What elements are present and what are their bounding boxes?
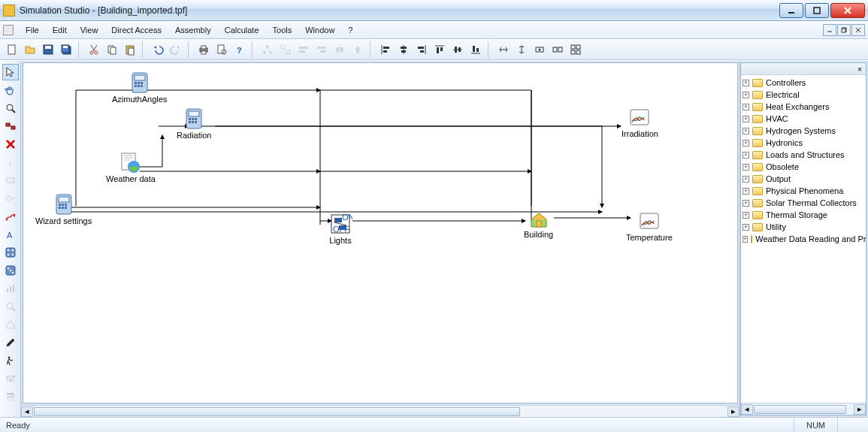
component-tool[interactable]: [2, 118, 19, 134]
pointer-tool[interactable]: [2, 64, 19, 80]
tree-item[interactable]: +Hydronics: [741, 137, 866, 149]
tree-item[interactable]: +Utility: [741, 221, 866, 233]
menu-tools[interactable]: Tools: [267, 24, 298, 36]
component-tree[interactable]: +Controllers +Electrical +Heat Exchanger…: [741, 75, 866, 403]
save-button[interactable]: [40, 41, 56, 58]
pan-tool[interactable]: [2, 82, 19, 98]
scroll-right-icon[interactable]: ▸: [854, 404, 866, 415]
tree-item[interactable]: +Heat Exchangers: [741, 101, 866, 113]
menu-calculate[interactable]: Calculate: [219, 24, 265, 36]
print-preview-button[interactable]: [213, 41, 230, 58]
align-center-v-button[interactable]: [449, 41, 466, 58]
panel-close-icon[interactable]: ×: [855, 65, 864, 74]
svg-text:?: ?: [237, 46, 242, 55]
cut-button[interactable]: [86, 41, 102, 58]
align-button-1[interactable]: [295, 41, 312, 58]
menu-view[interactable]: View: [74, 24, 104, 36]
tree-item[interactable]: +HVAC: [741, 113, 866, 125]
ungroup-button[interactable]: [277, 41, 294, 58]
menu-assembly[interactable]: Assembly: [169, 24, 217, 36]
help-button[interactable]: ?: [231, 41, 248, 58]
node-temperature[interactable]: Temperature: [626, 209, 673, 242]
tree-item[interactable]: +Weather Data Reading and Processing: [741, 233, 866, 245]
node-radiation[interactable]: Radiation: [177, 107, 211, 140]
delete-tool[interactable]: [2, 136, 19, 153]
node-azimuth[interactable]: AzimuthAngles: [112, 71, 167, 104]
scroll-left-icon[interactable]: ◂: [741, 404, 753, 415]
link-tool[interactable]: [2, 208, 19, 225]
flip-h-button[interactable]: [495, 41, 512, 58]
menu-direct-access[interactable]: Direct Access: [105, 24, 168, 36]
tree-item[interactable]: +Electrical: [741, 89, 866, 101]
raise-button[interactable]: [349, 41, 366, 58]
scroll-thumb[interactable]: [754, 405, 846, 414]
node-radiation-label: Radiation: [177, 131, 211, 140]
redo-button[interactable]: [168, 41, 184, 58]
maximize-button[interactable]: [805, 3, 829, 18]
dice1-tool[interactable]: [2, 244, 19, 261]
text-tool[interactable]: A: [2, 226, 19, 243]
tree-item[interactable]: +Solar Thermal Collectors: [741, 197, 866, 209]
save-all-button[interactable]: [58, 41, 74, 58]
macro-tool[interactable]: [2, 172, 19, 189]
scroll-right-icon[interactable]: ▸: [727, 406, 739, 417]
align-right-button[interactable]: [413, 41, 430, 58]
mdi-close-button[interactable]: [851, 24, 865, 36]
canvas[interactable]: AzimuthAngles Radiation Weather data Wiz…: [23, 62, 738, 403]
chart-tool[interactable]: [2, 280, 19, 297]
tree-item[interactable]: +Physical Phenomena: [741, 185, 866, 197]
align-button-2[interactable]: [313, 41, 330, 58]
zoom-tool[interactable]: [2, 100, 19, 116]
grid-button[interactable]: [567, 41, 584, 58]
menu-edit[interactable]: Edit: [47, 24, 73, 36]
node-irradiation[interactable]: Irradiation: [622, 105, 658, 138]
tree-item[interactable]: +Hydrogen Systems: [741, 125, 866, 137]
settings-tool[interactable]: [2, 370, 19, 387]
menu-help[interactable]: ?: [342, 24, 358, 36]
node-building[interactable]: Building: [524, 206, 553, 239]
tree-item[interactable]: +Thermal Storage: [741, 209, 866, 221]
menu-file[interactable]: File: [20, 24, 45, 36]
align-left-button[interactable]: [377, 41, 394, 58]
layers-tool[interactable]: [2, 388, 19, 405]
run-tool[interactable]: [2, 352, 19, 369]
print-button[interactable]: [195, 41, 212, 58]
mirror-button[interactable]: [549, 41, 566, 58]
align-center-h-button[interactable]: [395, 41, 412, 58]
copy-button[interactable]: [104, 41, 120, 58]
rotate-button[interactable]: [531, 41, 548, 58]
align-bottom-button[interactable]: [467, 41, 484, 58]
mdi-document-icon[interactable]: [3, 25, 14, 35]
node-lights[interactable]: ONOFF Lights: [328, 212, 352, 245]
distribute-button[interactable]: [331, 41, 348, 58]
group-button[interactable]: [259, 41, 276, 58]
tree-item[interactable]: +Controllers: [741, 77, 866, 89]
pencil-tool[interactable]: [2, 334, 19, 351]
node-weather[interactable]: Weather data: [106, 150, 156, 183]
scroll-left-icon[interactable]: ◂: [21, 406, 33, 417]
flip-v-button[interactable]: [513, 41, 530, 58]
svg-rect-34: [317, 47, 326, 49]
paste-button[interactable]: [122, 41, 138, 58]
home-tool[interactable]: [2, 316, 19, 333]
key-tool[interactable]: [2, 190, 19, 207]
minimize-button[interactable]: [779, 3, 803, 18]
mdi-minimize-button[interactable]: [823, 24, 836, 36]
mdi-restore-button[interactable]: [837, 24, 851, 36]
new-button[interactable]: [4, 41, 20, 58]
zoom-fit-tool[interactable]: [2, 298, 19, 315]
tree-item[interactable]: +Output: [741, 173, 866, 185]
info-tool[interactable]: i: [2, 154, 19, 171]
tree-item[interactable]: +Obsolete: [741, 161, 866, 173]
canvas-scrollbar[interactable]: ◂ ▸: [21, 405, 739, 417]
align-top-button[interactable]: [431, 41, 448, 58]
dice2-tool[interactable]: [2, 262, 19, 279]
open-button[interactable]: [22, 41, 38, 58]
scroll-thumb[interactable]: [34, 407, 520, 416]
close-button[interactable]: [830, 3, 865, 18]
node-wizard[interactable]: Wizard settings: [35, 192, 92, 225]
tree-scrollbar[interactable]: ◂ ▸: [741, 403, 866, 415]
tree-item[interactable]: +Loads and Structures: [741, 149, 866, 161]
undo-button[interactable]: [150, 41, 166, 58]
menu-window[interactable]: Window: [299, 24, 340, 36]
